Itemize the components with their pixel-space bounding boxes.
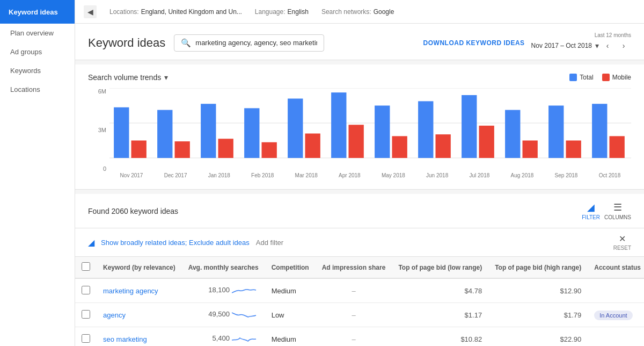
ad-impression-cell: – xyxy=(316,327,392,347)
avg-searches-value: 5,400 xyxy=(212,334,230,342)
filter-label: FILTER xyxy=(582,214,600,220)
row-checkbox[interactable] xyxy=(82,286,90,294)
chart-section: Search volume trends ▾ Total Mobile xyxy=(75,64,644,190)
chart-header: Search volume trends ▾ Total Mobile xyxy=(88,73,631,82)
x-label-oct18: Oct 2018 xyxy=(599,172,621,178)
reset-label: RESET xyxy=(613,245,631,251)
keyword-text[interactable]: agency xyxy=(103,311,126,319)
locations-label: Locations: xyxy=(109,8,139,16)
date-dropdown-icon[interactable]: ▾ xyxy=(595,41,599,50)
keyword-text[interactable]: seo marketing xyxy=(103,335,147,343)
sidebar-item-ad-groups[interactable]: Ad groups xyxy=(0,42,75,61)
legend-total: Total xyxy=(569,74,593,81)
row-checkbox[interactable] xyxy=(82,310,90,319)
sidebar-item-label: Plan overview xyxy=(10,29,54,37)
filter-button[interactable]: ◢ FILTER xyxy=(582,201,600,220)
keyword-search-box[interactable]: 🔍 xyxy=(174,34,324,52)
sparkline xyxy=(232,333,259,345)
chart-container: 6M 3M 0 Nov 2017 Dec 2017 Jan 2018 Feb 2… xyxy=(88,88,631,185)
select-all-checkbox[interactable] xyxy=(82,262,90,271)
x-axis-labels: Nov 2017 Dec 2017 Jan 2018 Feb 2018 Mar … xyxy=(109,171,631,178)
chart-dropdown-icon: ▾ xyxy=(164,73,168,82)
svg-rect-6 xyxy=(175,141,190,158)
competition-cell: Medium xyxy=(265,327,316,347)
topbar-search-networks: Search networks: Google xyxy=(321,8,394,16)
th-select-all[interactable] xyxy=(75,257,97,278)
sparkline xyxy=(232,284,259,297)
download-button[interactable]: DOWNLOAD KEYWORD IDEAS xyxy=(423,39,525,47)
row-checkbox-cell[interactable] xyxy=(75,303,97,327)
locations-value: England, United Kingdom and Un... xyxy=(141,8,242,16)
svg-rect-21 xyxy=(505,110,520,158)
sidebar-item-label: Keywords xyxy=(10,67,41,75)
filter-bar-funnel-icon: ◢ xyxy=(88,237,94,248)
x-label-jun18: Jun 2018 xyxy=(426,172,448,178)
keyword-cell: seo marketing xyxy=(97,327,182,347)
date-nav: Nov 2017 – Oct 2018 ▾ ‹ › xyxy=(531,38,631,53)
th-ad-impression-label: Ad impression share xyxy=(322,264,386,271)
svg-rect-8 xyxy=(218,139,233,158)
y-label-3m: 3M xyxy=(98,127,106,133)
chart-legend: Total Mobile xyxy=(569,74,631,81)
sidebar-logo-text: Keyword ideas xyxy=(9,8,58,16)
svg-rect-17 xyxy=(418,101,433,158)
language-value: English xyxy=(288,8,309,16)
filter-bar: ◢ Show broadly related ideas; Exclude ad… xyxy=(75,228,644,257)
filter-bar-text[interactable]: Show broadly related ideas; Exclude adul… xyxy=(101,239,250,247)
svg-rect-10 xyxy=(262,142,277,158)
x-label-sep18: Sep 2018 xyxy=(555,172,578,178)
svg-rect-16 xyxy=(392,136,407,158)
keyword-cell: marketing agency xyxy=(97,278,182,303)
search-networks-value: Google xyxy=(374,8,394,16)
topbar-locations: Locations: England, United Kingdom and U… xyxy=(109,8,242,16)
add-filter-button[interactable]: Add filter xyxy=(256,239,283,247)
sidebar-logo: Keyword ideas xyxy=(0,0,75,24)
top-bid-low-cell: $1.17 xyxy=(392,303,488,327)
collapse-button[interactable]: ◀ xyxy=(84,5,97,18)
next-date-button[interactable]: › xyxy=(616,38,631,53)
reset-button[interactable]: ✕ RESET xyxy=(613,234,631,251)
search-networks-label: Search networks: xyxy=(321,8,371,16)
sidebar-item-label: Ad groups xyxy=(10,48,42,56)
sidebar-item-locations[interactable]: Locations xyxy=(0,80,75,99)
svg-rect-12 xyxy=(305,134,320,158)
sidebar-item-plan-overview[interactable]: Plan overview xyxy=(0,24,75,42)
table-row: agency 49,500 Low – $1.17 $1.79 In Accou… xyxy=(75,303,644,327)
svg-rect-24 xyxy=(566,141,581,158)
svg-rect-18 xyxy=(436,134,451,158)
keyword-cell: agency xyxy=(97,303,182,327)
top-bid-high-cell: $1.79 xyxy=(488,303,588,327)
svg-rect-9 xyxy=(244,108,259,158)
competition-cell: Low xyxy=(265,303,316,327)
svg-rect-4 xyxy=(131,141,147,158)
search-icon: 🔍 xyxy=(181,38,191,48)
reset-x-icon: ✕ xyxy=(619,234,626,244)
row-checkbox-cell[interactable] xyxy=(75,278,97,303)
table-body: marketing agency 18,100 Medium – $4.78 $… xyxy=(75,278,644,346)
legend-mobile: Mobile xyxy=(602,74,631,81)
svg-rect-15 xyxy=(375,106,390,158)
columns-button[interactable]: ☰ COLUMNS xyxy=(604,201,631,220)
svg-rect-22 xyxy=(523,141,538,158)
avg-searches-value: 49,500 xyxy=(208,310,230,318)
sparkline xyxy=(232,308,259,321)
row-checkbox[interactable] xyxy=(82,334,90,343)
chart-title[interactable]: Search volume trends ▾ xyxy=(88,73,168,82)
x-label-jul18: Jul 2018 xyxy=(469,172,489,178)
language-label: Language: xyxy=(255,8,286,16)
x-label-mar18: Mar 2018 xyxy=(295,172,318,178)
th-top-bid-low: Top of page bid (low range) xyxy=(392,257,488,278)
prev-date-button[interactable]: ‹ xyxy=(600,38,615,53)
topbar-language: Language: English xyxy=(255,8,309,16)
date-range-label: Last 12 months xyxy=(595,32,631,38)
keyword-search-input[interactable] xyxy=(195,39,317,47)
keyword-text[interactable]: marketing agency xyxy=(103,287,158,295)
th-top-bid-high-label: Top of page bid (high range) xyxy=(495,264,581,271)
account-status-cell xyxy=(588,278,644,303)
table-section: Found 2060 keyword ideas ◢ FILTER ☰ COLU… xyxy=(75,194,644,346)
sidebar-item-keywords[interactable]: Keywords xyxy=(0,61,75,80)
table-header-bar: Found 2060 keyword ideas ◢ FILTER ☰ COLU… xyxy=(75,194,644,228)
y-label-0: 0 xyxy=(103,165,106,172)
row-checkbox-cell[interactable] xyxy=(75,327,97,347)
table-row: seo marketing 5,400 Medium – $10.82 $22.… xyxy=(75,327,644,347)
